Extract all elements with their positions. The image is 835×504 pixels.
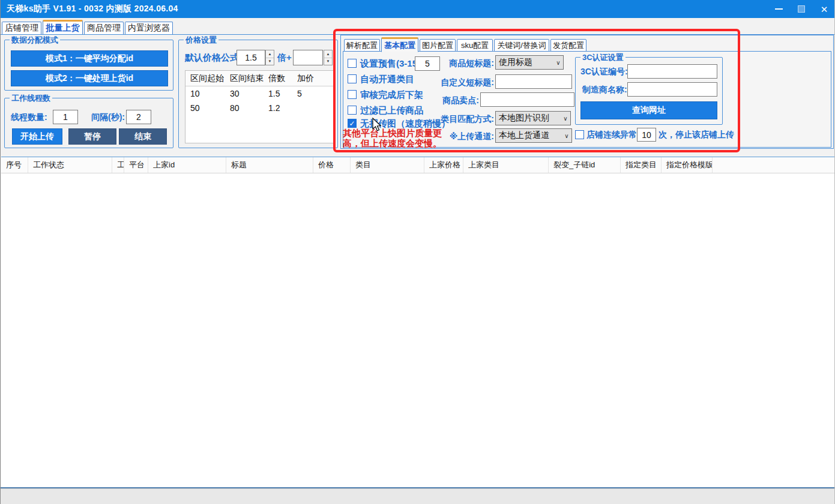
- mode1-button[interactable]: 模式1：一键平均分配id: [11, 50, 168, 67]
- col-work-status[interactable]: 工作状态: [28, 157, 112, 173]
- category-match-label: 类目匹配方式:: [434, 114, 494, 125]
- price-table-row[interactable]: 10 30 1.5 5: [185, 86, 333, 101]
- price-col-multiplier: 倍数: [264, 73, 292, 84]
- short-title-select[interactable]: 使用标题 ∨: [495, 55, 564, 70]
- chevron-down-icon: ∨: [561, 115, 570, 122]
- price-table-header: 区间起始 区间结束 倍数 加价: [185, 71, 333, 86]
- start-upload-button[interactable]: 开始上传: [12, 128, 62, 145]
- tab-shipping-config[interactable]: 发货配置: [550, 39, 586, 52]
- presale-checkbox[interactable]: [348, 59, 357, 68]
- shop-abnormal-checkbox[interactable]: [575, 130, 584, 139]
- col-seq[interactable]: 序号: [1, 157, 28, 173]
- tab-batch-upload[interactable]: 批量上货: [43, 20, 83, 34]
- price-col-markup: 加价: [292, 73, 319, 84]
- spinner-down-icon[interactable]: ▼: [324, 58, 332, 65]
- warning-text-line2: 高，但上传速度会变慢。: [343, 138, 442, 149]
- filter-uploaded-label: 过滤已上传商品: [360, 105, 423, 116]
- thread-count-label: 线程数量:: [11, 112, 47, 123]
- tab-parse-config[interactable]: 解析配置: [344, 39, 380, 52]
- col-category[interactable]: 类目: [351, 157, 424, 173]
- price-formula-spinner[interactable]: ▲ ▼: [265, 50, 274, 65]
- price-formula-input[interactable]: [237, 50, 265, 65]
- manufacturer-label: 制造商名称:: [582, 85, 627, 95]
- col-source-id[interactable]: 上家id: [148, 157, 226, 173]
- app-window: 天梯ks助手 V1.91 - 0032 内测版 2024.06.04 ✕ 店铺管…: [0, 0, 835, 504]
- auto-category-checkbox[interactable]: [348, 74, 357, 83]
- tab-shop-management[interactable]: 店铺管理: [2, 22, 41, 34]
- thread-group: 工作线程数 线程数量: 间隔(秒): 开始上传 暂停 结束: [4, 98, 173, 148]
- pause-button[interactable]: 暂停: [68, 128, 116, 145]
- cell-multiplier: 1.5: [264, 89, 292, 98]
- c3-cert-no-label: 3C认证编号:: [580, 67, 628, 77]
- c3-cert-group: 3C认证设置 3C认证编号: 制造商名称: 查询网址: [575, 57, 723, 125]
- cell-multiplier: 1.2: [264, 103, 292, 113]
- price-group: 价格设置 默认价格公式: ▲ ▼ 倍+ ▲ ▼ 区间起始 区间结束 倍数 加价 …: [178, 40, 338, 148]
- manufacturer-input[interactable]: [627, 82, 717, 97]
- spinner-down-icon[interactable]: ▼: [266, 58, 274, 65]
- result-table-body[interactable]: [1, 173, 835, 487]
- off-shelf-label: 审核完成后下架: [360, 89, 423, 101]
- tab-keyword-config[interactable]: 关键词/替换词: [494, 39, 549, 52]
- cell-range-end: 30: [225, 89, 264, 98]
- price-col-range-start: 区间起始: [185, 73, 225, 84]
- price-addition-spinner[interactable]: ▲ ▼: [324, 50, 333, 65]
- minimize-button[interactable]: [767, 0, 790, 18]
- interval-input[interactable]: [126, 110, 151, 124]
- col-price-template[interactable]: 指定价格模版: [662, 157, 713, 173]
- maximize-icon: [798, 5, 805, 13]
- c3-group-title: 3C认证设置: [580, 52, 625, 63]
- query-url-button[interactable]: 查询网址: [580, 101, 717, 119]
- category-match-select[interactable]: 本地图片识别 ∨: [495, 111, 571, 125]
- thread-group-title: 工作线程数: [10, 93, 52, 104]
- upload-channel-select[interactable]: 本地上货通道 ∨: [495, 128, 572, 143]
- price-multiplier-label: 倍+: [277, 52, 292, 64]
- status-bar: [1, 488, 835, 504]
- col-source-category[interactable]: 上家类目: [463, 157, 549, 173]
- col-platform[interactable]: 平台: [124, 157, 148, 173]
- spinner-up-icon[interactable]: ▲: [266, 50, 274, 58]
- price-formula-label: 默认价格公式:: [185, 52, 242, 64]
- price-range-table[interactable]: 区间起始 区间结束 倍数 加价 10 30 1.5 5 50 80 1.2: [185, 70, 334, 143]
- custom-title-input[interactable]: [495, 74, 572, 89]
- filter-uploaded-checkbox[interactable]: [348, 106, 357, 115]
- col-source-price[interactable]: 上家价格: [424, 157, 463, 173]
- lossless-upload-checkbox[interactable]: ✓: [348, 119, 357, 128]
- col-price[interactable]: 价格: [313, 157, 351, 173]
- maximize-button[interactable]: [790, 0, 813, 18]
- off-shelf-checkbox[interactable]: [348, 90, 357, 99]
- col-assigned-category[interactable]: 指定类目: [621, 157, 662, 173]
- col-truncated[interactable]: 工: [112, 157, 124, 173]
- thread-count-input[interactable]: [53, 110, 78, 124]
- shop-abnormal-suffix: 次，停止该店铺上传: [659, 130, 734, 140]
- presale-label: 设置预售(3-15): [360, 58, 420, 70]
- data-mode-group-title: 数据分配模式: [10, 35, 60, 46]
- tab-basic-config[interactable]: 基本配置: [381, 37, 418, 52]
- upload-channel-label: ※上传通道:: [434, 131, 494, 142]
- short-title-value: 使用标题: [496, 57, 553, 68]
- category-match-value: 本地图片识别: [496, 113, 561, 124]
- col-title[interactable]: 标题: [226, 157, 313, 173]
- selling-point-label: 商品卖点:: [419, 95, 479, 106]
- price-addition-input[interactable]: [293, 50, 323, 65]
- result-table-header[interactable]: 序号 工作状态 工 平台 上家id 标题 价格 类目 上家价格 上家类目 裂变_…: [1, 157, 835, 173]
- interval-label: 间隔(秒):: [91, 112, 125, 123]
- mode2-button[interactable]: 模式2：一键处理上货id: [11, 70, 168, 86]
- cell-range-end: 80: [225, 103, 264, 113]
- stop-button[interactable]: 结束: [119, 128, 167, 145]
- tab-sku-config[interactable]: sku配置: [457, 39, 493, 52]
- col-sublink-id[interactable]: 裂变_子链id: [549, 157, 621, 173]
- title-bar: 天梯ks助手 V1.91 - 0032 内测版 2024.06.04 ✕: [1, 0, 835, 18]
- shop-abnormal-prefix: 店铺连续异常: [586, 130, 637, 140]
- price-table-row[interactable]: 50 80 1.2: [185, 101, 333, 115]
- tab-image-config[interactable]: 图片配置: [420, 39, 456, 52]
- selling-point-input[interactable]: [480, 92, 574, 107]
- shop-abnormal-count-input[interactable]: [637, 128, 656, 142]
- upload-channel-value: 本地上货通道: [496, 130, 562, 141]
- tab-product-management[interactable]: 商品管理: [84, 22, 124, 34]
- data-mode-group: 数据分配模式 模式1：一键平均分配id 模式2：一键处理上货id: [4, 40, 173, 91]
- close-button[interactable]: ✕: [813, 0, 835, 18]
- window-controls: ✕: [767, 0, 835, 18]
- tab-builtin-browser[interactable]: 内置浏览器: [125, 22, 173, 34]
- c3-cert-no-input[interactable]: [627, 64, 717, 79]
- spinner-up-icon[interactable]: ▲: [324, 50, 332, 58]
